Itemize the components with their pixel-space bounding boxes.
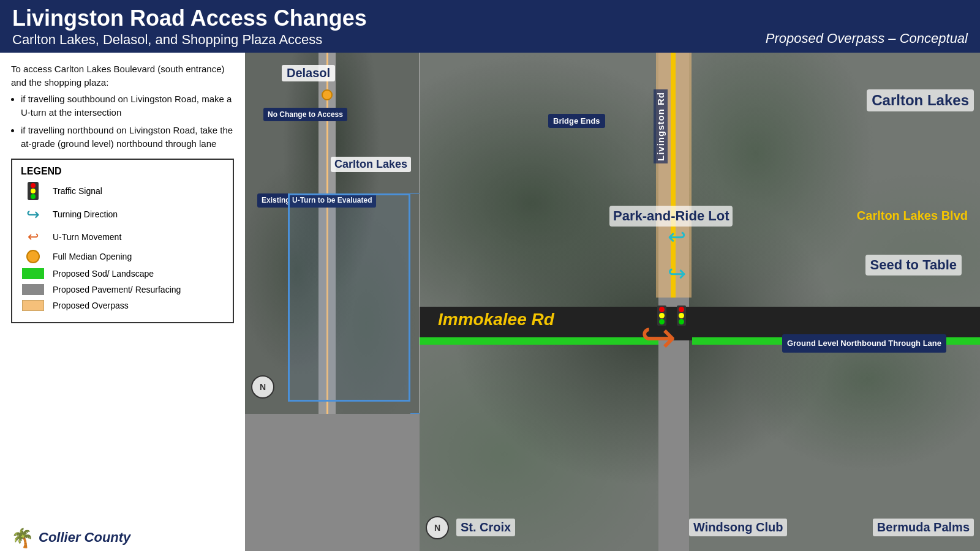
legend-item-median: Full Median Opening — [21, 250, 224, 263]
map-main-bg — [420, 53, 980, 551]
no-change-label: No Change to Access — [263, 108, 347, 121]
signal-green-1 — [659, 319, 665, 324]
signal-box-1 — [657, 305, 666, 326]
main-content: To access Carlton Lakes Boulevard (south… — [0, 53, 980, 551]
signal-yellow-1 — [659, 313, 665, 318]
description-text: To access Carlton Lakes Boulevard (south… — [11, 62, 234, 151]
sod-strip-left — [420, 337, 658, 345]
inset-highlight-box — [288, 193, 410, 402]
pavement-rect-graphic — [22, 284, 44, 295]
turning-direction-icon: ↪ — [21, 205, 45, 224]
windsong-label: Windsong Club — [689, 519, 787, 536]
carlton-lakes-blvd-label: Carlton Lakes Blvd — [857, 209, 968, 223]
st-croix-label: St. Croix — [456, 519, 515, 536]
traffic-signal-map-1 — [657, 305, 666, 326]
traffic-signal-map-2 — [677, 305, 686, 326]
overpass-icon — [21, 300, 45, 311]
turning-arrow-map-1: ↩ — [668, 224, 686, 250]
sod-rect-graphic — [22, 268, 44, 279]
legend-label-overpass: Proposed Overpass — [53, 301, 129, 310]
signal-red — [31, 183, 36, 188]
median-icon — [21, 250, 45, 263]
inset-compass: N — [251, 375, 274, 399]
collier-logo: 🌴 Collier County — [11, 527, 234, 549]
page-title: Livingston Road Access Changes — [12, 6, 367, 31]
signal-yellow — [31, 189, 36, 193]
legend-item-uturn: ↩ U-Turn Movement — [21, 229, 224, 245]
signal-yellow-2 — [679, 313, 684, 318]
seed-to-table-label: Seed to Table — [865, 255, 962, 276]
header-right-label: Proposed Overpass – Conceptual — [766, 31, 968, 48]
uturn-graphic: ↩ — [28, 229, 39, 245]
signal-red-1 — [659, 307, 665, 312]
legend-item-overpass: Proposed Overpass — [21, 300, 224, 311]
signal-red-2 — [679, 307, 684, 312]
palm-icon: 🌴 — [11, 527, 34, 549]
overpass-rect-graphic — [22, 300, 44, 311]
collier-logo-text: Collier County — [39, 530, 130, 545]
legend-item-traffic-signal: Traffic Signal — [21, 182, 224, 200]
ground-level-label: Ground Level Northbound Through Lane — [782, 334, 946, 353]
turning-arrow-graphic: ↪ — [26, 205, 40, 224]
signal-green-2 — [679, 319, 684, 324]
livingston-label: Livingston Rd — [654, 89, 668, 163]
park-ride-label: Park-and-Ride Lot — [609, 206, 733, 227]
map-area: Delasol Carlton Lakes No Change to Acces… — [245, 53, 980, 551]
description-intro: To access Carlton Lakes Boulevard (south… — [11, 64, 225, 88]
bermuda-palms-label: Bermuda Palms — [873, 519, 974, 536]
bridge-ends-label: Bridge Ends — [548, 114, 605, 128]
signal-green — [31, 194, 36, 199]
traffic-signal-icon — [21, 182, 45, 200]
header: Livingston Road Access Changes Carlton L… — [0, 0, 980, 53]
signal-box-2 — [677, 305, 686, 326]
map-inset: Delasol Carlton Lakes No Change to Acces… — [245, 53, 420, 414]
legend-label-pavement: Proposed Pavement/ Resurfacing — [53, 285, 181, 294]
legend-item-sod: Proposed Sod/ Landscape — [21, 268, 224, 279]
inset-median-opening — [322, 89, 333, 100]
header-subtitle: Carlton Lakes, Delasol, and Shopping Pla… — [12, 32, 367, 48]
header-left: Livingston Road Access Changes Carlton L… — [12, 6, 367, 48]
legend-label-uturn: U-Turn Movement — [53, 232, 121, 242]
legend-label-turning: Turning Direction — [53, 209, 118, 219]
legend-title: LEGEND — [21, 166, 224, 177]
legend-box: LEGEND Traffic Signal ↪ — [11, 159, 234, 323]
legend-label-traffic-signal: Traffic Signal — [53, 186, 102, 196]
uturn-icon: ↩ — [21, 229, 45, 245]
immokalee-label: Immokalee Rd — [438, 310, 554, 329]
turning-arrow-map-2: ↪ — [668, 261, 686, 287]
legend-item-pavement: Proposed Pavement/ Resurfacing — [21, 284, 224, 295]
legend-label-sod: Proposed Sod/ Landscape — [53, 269, 154, 279]
sod-icon — [21, 268, 45, 279]
carlton-lakes-main-label: Carlton Lakes — [867, 89, 974, 111]
carlton-inset-label: Carlton Lakes — [331, 157, 411, 172]
delasol-label: Delasol — [282, 65, 335, 81]
pavement-icon — [21, 284, 45, 295]
left-panel: To access Carlton Lakes Boulevard (south… — [0, 53, 245, 551]
median-circle-graphic — [26, 250, 40, 263]
legend-label-median: Full Median Opening — [53, 252, 132, 261]
legend-item-turning: ↪ Turning Direction — [21, 205, 224, 224]
main-compass: N — [426, 516, 449, 539]
traffic-signal-graphic — [28, 182, 39, 200]
bullet-2: if travelling northbound on Livingston R… — [21, 124, 234, 151]
bullet-1: if travelling southbound on Livingston R… — [21, 92, 234, 120]
map-main: Livingston Rd Immokalee Rd Bridge Ends C… — [420, 53, 980, 551]
